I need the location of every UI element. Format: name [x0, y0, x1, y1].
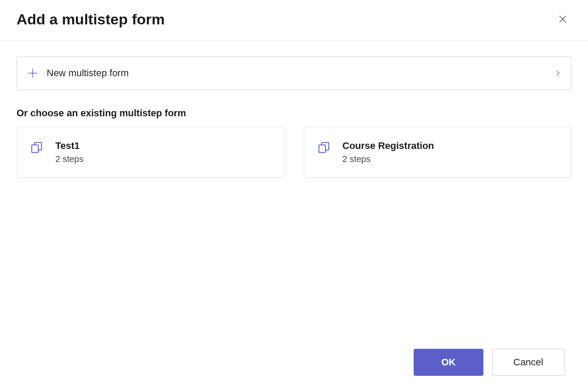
multistep-form-icon — [30, 141, 43, 154]
card-title: Test1 — [55, 140, 83, 152]
close-icon — [558, 14, 568, 24]
card-title: Course Registration — [343, 140, 434, 152]
new-form-label: New multistep form — [47, 67, 554, 79]
chevron-right-icon — [554, 70, 561, 77]
dialog-title: Add a multistep form — [17, 11, 165, 28]
dialog-footer: OK Cancel — [414, 349, 564, 376]
new-multistep-form-button[interactable]: New multistep form — [17, 56, 571, 90]
dialog-content: New multistep form Or choose an existing… — [0, 40, 588, 178]
svg-rect-5 — [319, 145, 325, 153]
card-subtitle: 2 steps — [55, 154, 83, 164]
close-button[interactable] — [554, 10, 571, 28]
ok-button[interactable]: OK — [414, 349, 483, 376]
card-text: Course Registration 2 steps — [343, 140, 434, 164]
existing-forms-label: Or choose an existing multistep form — [17, 108, 571, 119]
cancel-button[interactable]: Cancel — [492, 349, 564, 376]
card-text: Test1 2 steps — [55, 140, 83, 164]
existing-form-card-course-registration[interactable]: Course Registration 2 steps — [304, 127, 572, 178]
svg-rect-4 — [32, 145, 38, 153]
existing-forms-list: Test1 2 steps Course Registration 2 step… — [17, 127, 571, 178]
plus-icon — [27, 67, 39, 79]
multistep-form-icon — [317, 141, 330, 154]
card-subtitle: 2 steps — [343, 154, 434, 164]
existing-form-card-test1[interactable]: Test1 2 steps — [17, 127, 285, 178]
dialog-header: Add a multistep form — [0, 0, 588, 40]
